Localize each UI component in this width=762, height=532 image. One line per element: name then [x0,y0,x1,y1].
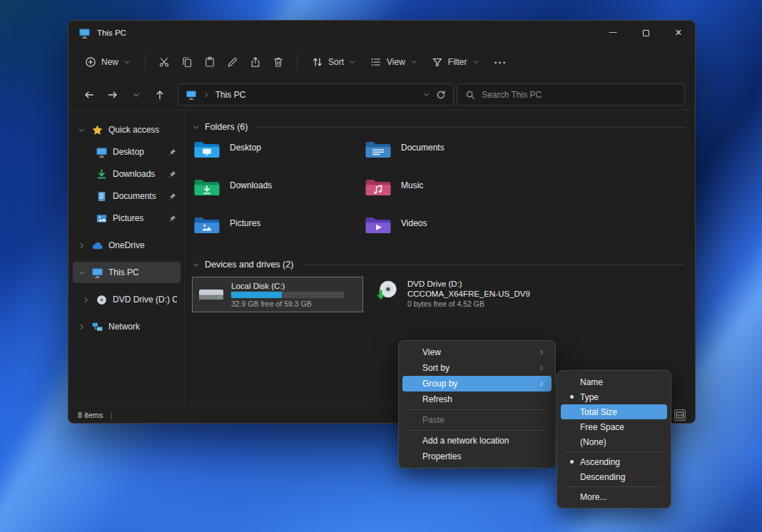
group-by-item-type[interactable]: Type [561,389,667,404]
section-divider [303,265,685,265]
sidebar-item-pictures[interactable]: Pictures [73,208,181,229]
folder-tile-music[interactable]: Music [363,177,534,215]
star-icon [91,124,103,136]
dvd-drive-tile[interactable]: DVD Drive (D:) CCCOMA_X64FRE_EN-US_DV9 0… [370,277,550,311]
refresh-icon[interactable] [436,90,446,100]
rename-icon [227,56,238,68]
sidebar-item-desktop[interactable]: Desktop [73,141,181,163]
maximize-button[interactable] [629,21,662,45]
sidebar-item-documents[interactable]: Documents [73,185,181,207]
new-button-label: New [101,57,118,67]
title-bar[interactable]: This PC — × [68,21,695,45]
plus-circle-icon [85,56,96,68]
sort-button[interactable]: Sort [305,50,362,74]
folder-tile-pictures[interactable]: Pictures [192,215,363,252]
item-count: 8 items [78,411,103,419]
minimize-button[interactable]: — [596,21,629,45]
up-button[interactable] [150,84,171,106]
sidebar-item-label: Desktop [113,147,163,157]
context-menu-item-paste[interactable]: Paste [402,412,552,428]
delete-button[interactable] [268,50,289,74]
group-by-item-none[interactable]: (None) [561,434,667,449]
group-by-item-descending[interactable]: Descending [561,469,667,484]
file-explorer-window: This PC — × New Sort View [68,20,696,424]
search-input[interactable] [482,90,676,100]
group-by-item-ascending[interactable]: Ascending [561,454,667,469]
context-menu-item-sort-by[interactable]: Sort by [402,360,552,376]
maximize-icon [643,30,649,36]
context-menu-item-properties[interactable]: Properties [402,449,552,464]
share-button[interactable] [245,50,266,74]
folder-name: Music [401,180,423,190]
folder-tile-documents[interactable]: Documents [363,139,534,177]
filter-button[interactable]: Filter [425,50,486,74]
sidebar-item-label: This PC [108,267,177,277]
chevron-placeholder [81,213,91,223]
recent-locations-button[interactable] [126,84,146,106]
drive-name: Local Disk (C:) [231,282,344,290]
chevron-down-icon[interactable] [76,125,86,135]
menu-separator [407,409,547,410]
group-by-item-total-size[interactable]: Total Size [561,404,667,419]
view-icon [370,56,382,68]
breadcrumb[interactable]: This PC [215,90,246,100]
folders-section-header[interactable]: Folders (6) [192,122,685,132]
context-menu-item-view[interactable]: View [402,344,552,360]
folder-tile-videos[interactable]: Videos [363,215,534,252]
context-menu-item-group-by[interactable]: Group by [402,376,552,392]
large-icons-view-button[interactable] [674,409,686,421]
collapse-chevron-icon[interactable] [192,261,200,269]
address-dropdown-icon[interactable] [422,91,430,98]
back-button[interactable] [78,84,99,106]
dvd-drive-details: DVD Drive (D:) CCCOMA_X64FRE_EN-US_DV9 0… [407,280,530,308]
forward-button[interactable] [102,84,123,106]
drive-free-space: 32.9 GB free of 59.3 GB [231,300,344,308]
collapse-chevron-icon[interactable] [192,123,200,131]
chevron-placeholder [81,191,91,201]
desktop-icon [96,146,108,158]
arrow-right-icon [107,89,118,101]
navigation-pane: Quick access Desktop Downloads Documents [68,111,185,406]
view-button[interactable]: View [364,50,424,74]
folder-name: Pictures [230,218,260,228]
sidebar-item-onedrive[interactable]: OneDrive [73,235,181,256]
paste-button[interactable] [199,50,220,74]
chevron-right-icon[interactable] [76,240,86,250]
close-button[interactable]: × [662,21,695,45]
chevron-down-icon[interactable] [76,267,86,277]
see-more-button[interactable]: ··· [490,50,512,74]
copy-button[interactable] [176,50,198,74]
menu-item-label: (None) [580,437,606,447]
sidebar-item-this-pc[interactable]: This PC [73,262,181,283]
sidebar-item-network[interactable]: Network [73,316,181,337]
sidebar-item-label: Documents [113,191,163,201]
desktop-folder-icon [193,139,220,160]
cut-button[interactable] [153,50,175,74]
menu-item-label: Paste [422,415,444,425]
disk-usage-bar [231,292,344,298]
context-menu-item-refresh[interactable]: Refresh [402,392,552,407]
drives-row: Local Disk (C:) 32.9 GB free of 59.3 GB … [192,277,685,312]
group-by-item-more[interactable]: More... [561,489,667,504]
chevron-right-icon[interactable] [81,295,91,305]
new-button[interactable]: New [78,50,137,74]
dvd-drive-icon [375,280,400,302]
local-disk-tile[interactable]: Local Disk (C:) 32.9 GB free of 59.3 GB [192,277,363,312]
sort-button-label: Sort [328,57,344,67]
address-bar[interactable]: This PC [178,83,454,106]
rename-button[interactable] [222,50,243,74]
sidebar-item-downloads[interactable]: Downloads [73,163,181,185]
menu-item-label: Refresh [422,394,452,404]
this-pc-icon [91,267,103,279]
group-by-item-name[interactable]: Name [561,374,667,389]
sidebar-item-dvd-drive[interactable]: DVD Drive (D:) CCCOMA_X64FRE_EN-US_DV9 [73,289,181,310]
chevron-right-icon[interactable] [76,322,86,332]
sidebar-item-quick-access[interactable]: Quick access [73,119,181,140]
folder-tile-desktop[interactable]: Desktop [192,139,363,177]
pin-icon [168,148,177,157]
search-box[interactable] [457,83,685,106]
context-menu-item-add-network-location[interactable]: Add a network location [402,433,552,449]
group-by-item-free-space[interactable]: Free Space [561,419,667,434]
folder-tile-downloads[interactable]: Downloads [192,177,363,215]
devices-section-header[interactable]: Devices and drives (2) [192,260,685,270]
